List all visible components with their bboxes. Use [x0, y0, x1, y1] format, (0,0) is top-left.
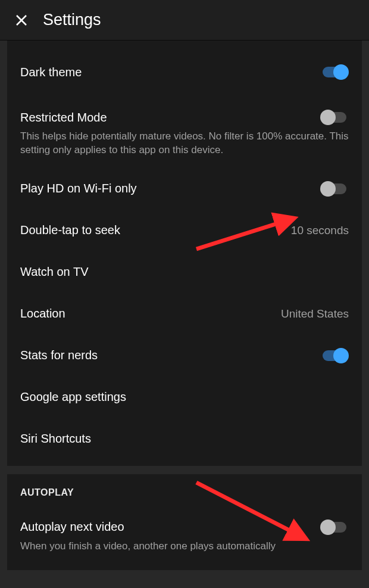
autoplay-next-row[interactable]: Autoplay next video — [20, 503, 349, 545]
stats-toggle[interactable] — [320, 348, 349, 363]
page-title: Settings — [43, 11, 101, 29]
location-value: United States — [281, 307, 349, 321]
location-label: Location — [20, 307, 65, 321]
restricted-mode-row[interactable]: Restricted Mode — [20, 93, 349, 135]
location-row[interactable]: Location United States — [20, 293, 349, 335]
play-hd-toggle[interactable] — [320, 181, 349, 197]
siri-row[interactable]: Siri Shortcuts — [20, 418, 349, 460]
dark-theme-row[interactable]: Dark theme — [20, 51, 349, 93]
autoplay-next-desc: When you finish a video, another one pla… — [20, 540, 349, 553]
stats-label: Stats for nerds — [20, 349, 98, 362]
settings-header: Settings — [0, 0, 369, 41]
restricted-mode-toggle[interactable] — [320, 110, 349, 125]
dark-theme-toggle[interactable] — [320, 64, 349, 80]
play-hd-label: Play HD on Wi-Fi only — [20, 182, 137, 195]
play-hd-row[interactable]: Play HD on Wi-Fi only — [20, 168, 349, 210]
close-icon — [14, 13, 29, 27]
autoplay-panel: AUTOPLAY Autoplay next video When you fi… — [7, 474, 362, 570]
google-app-label: Google app settings — [20, 390, 126, 404]
google-app-row[interactable]: Google app settings — [20, 377, 349, 418]
double-tap-row[interactable]: Double-tap to seek 10 seconds — [20, 210, 349, 251]
double-tap-label: Double-tap to seek — [20, 223, 120, 237]
autoplay-next-label: Autoplay next video — [20, 520, 124, 534]
stats-row[interactable]: Stats for nerds — [20, 335, 349, 377]
restricted-mode-label: Restricted Mode — [20, 111, 107, 125]
double-tap-value: 10 seconds — [291, 224, 349, 237]
watch-tv-label: Watch on TV — [20, 265, 89, 279]
siri-label: Siri Shortcuts — [20, 432, 91, 446]
autoplay-header: AUTOPLAY — [20, 487, 349, 503]
restricted-mode-desc: This helps hide potentially mature video… — [20, 130, 349, 168]
dark-theme-label: Dark theme — [20, 66, 82, 79]
autoplay-next-toggle[interactable] — [320, 519, 349, 535]
general-settings-panel: Dark theme Restricted Mode This helps hi… — [7, 41, 362, 466]
close-button[interactable] — [10, 8, 33, 32]
watch-tv-row[interactable]: Watch on TV — [20, 251, 349, 293]
